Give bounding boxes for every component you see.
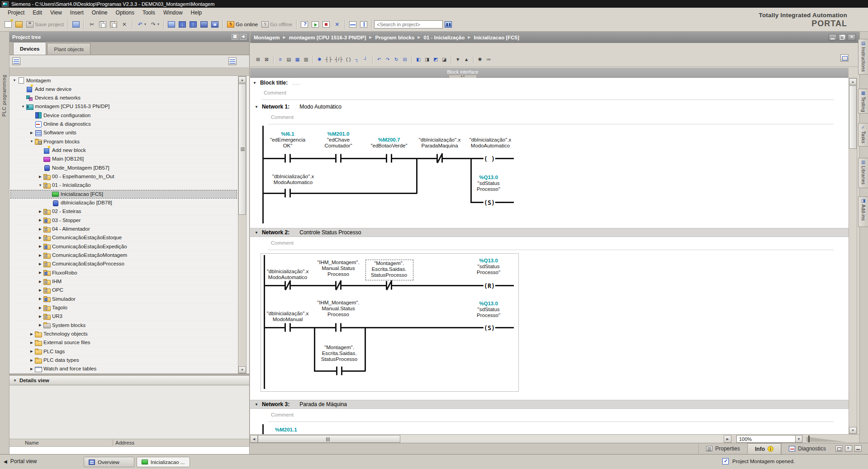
operand-label[interactable]: %Q13.0"sdStatus Processo" <box>460 175 517 192</box>
tree-scrollbar-thumb[interactable] <box>238 84 246 215</box>
tree-item-plc-tags[interactable]: ▶PLC tags <box>10 347 237 356</box>
split-editor-vertical-icon[interactable] <box>358 19 369 30</box>
scroll-up-icon[interactable]: ▲ <box>238 76 246 83</box>
side-tab-libraries[interactable]: ▥Libraries <box>858 158 868 188</box>
call-environment-icon[interactable]: ◩ <box>432 56 440 63</box>
breadcrumb-montagem-cpu-1516-3-pn-dp[interactable]: montagem [CPU 1516-3 PN/DP] <box>289 35 366 40</box>
taskbar-inicializacao[interactable]: Inicializacao ... <box>137 457 190 467</box>
operand-label[interactable]: "dbInicialização".x ModoAutomatico <box>461 137 519 149</box>
download-to-device-icon[interactable] <box>177 19 188 30</box>
tree-item-dbinicializa-o-db78[interactable]: dbInicialização [DB78] <box>10 199 237 207</box>
insert-row-icon[interactable]: ≡ <box>276 56 285 63</box>
menu-insert[interactable]: Insert <box>66 9 88 16</box>
start-search-icon[interactable] <box>443 19 454 30</box>
go-to-previous-icon[interactable]: ↶ <box>375 56 384 63</box>
start-cpu-icon[interactable] <box>199 19 209 30</box>
expanded-arrow-icon[interactable]: ▼ <box>20 104 26 109</box>
no-contact[interactable] <box>335 323 342 332</box>
network-3-header[interactable]: ▼ Network 3: Parada de Máquina <box>250 400 849 409</box>
operand-label[interactable]: "dbInicialização".x ModoManual <box>259 311 317 322</box>
tree-item-main-ob126[interactable]: Main [OB126] <box>10 155 237 163</box>
collapse-arrow-icon[interactable]: ▼ <box>255 231 258 235</box>
menu-options[interactable]: Options <box>112 9 138 16</box>
stop-cpu-icon[interactable] <box>209 19 220 30</box>
set-coil[interactable]: (S) <box>484 324 495 332</box>
menu-tools[interactable]: Tools <box>138 9 159 16</box>
scrollbar-thumb[interactable] <box>258 435 400 443</box>
collapse-panel-icon[interactable] <box>845 445 852 452</box>
close-branch-icon[interactable]: ┘ <box>361 56 370 63</box>
network-2-comment[interactable]: Comment <box>271 240 294 246</box>
tab-info[interactable]: Info <box>747 443 781 455</box>
operand-label[interactable]: "IHM_Montagem". Manual.Status Processo <box>309 260 367 277</box>
operand-label[interactable]: "dbInicialização".x ModoAutomatico <box>259 269 317 280</box>
menu-window[interactable]: Window <box>159 9 187 16</box>
operand-label[interactable]: "dbInicialização".x ParadaMaquina <box>411 137 469 149</box>
collapse-arrow-icon[interactable]: ▼ <box>255 105 258 109</box>
editor-vertical-scrollbar[interactable]: ▲ ▼ <box>849 78 857 434</box>
scroll-right-icon[interactable]: ▶ <box>724 435 731 443</box>
column-name[interactable]: Name <box>25 440 39 445</box>
chevron-down-icon[interactable]: ▼ <box>795 436 802 442</box>
accessible-devices-icon[interactable] <box>299 19 310 30</box>
collapsed-arrow-icon[interactable]: ▶ <box>28 341 35 345</box>
tree-item-online-diagnostics[interactable]: Online & diagnostics <box>10 120 237 128</box>
tree-item-tagolo[interactable]: ▶Tagolo <box>10 303 237 312</box>
tree-item-comunica-oesta-oprocesso[interactable]: ▶ComunicaçãoEstaçãoProcesso <box>10 260 237 268</box>
no-contact[interactable] <box>335 154 342 163</box>
expanded-arrow-icon[interactable]: ▼ <box>37 183 43 187</box>
nc-contact-icon[interactable]: ┤/├ <box>333 56 344 63</box>
delete-network-icon[interactable]: ⊠ <box>262 56 271 63</box>
tree-item-01-inicializa-o[interactable]: ▼01 - Inicialização <box>10 181 237 189</box>
new-project-icon[interactable] <box>3 19 14 30</box>
print-icon[interactable] <box>71 19 81 30</box>
collapsed-arrow-icon[interactable]: ▶ <box>28 358 35 362</box>
go-to-next-icon[interactable]: ↷ <box>384 56 392 63</box>
collapsed-arrow-icon[interactable]: ▶ <box>28 367 35 371</box>
open-project-icon[interactable] <box>14 19 24 30</box>
tree-item-add-new-device[interactable]: Add new device <box>10 85 237 94</box>
network-2-header[interactable]: ▼ Network 2: Controle Status Processo <box>250 228 849 237</box>
breadcrumb-inicializacao-fc5[interactable]: Inicializacao [FC5] <box>474 35 519 40</box>
split-editor-horizontal-icon[interactable] <box>347 19 358 30</box>
network-1-header[interactable]: ▼ Network 1: Modo Automático <box>250 102 849 111</box>
tree-item-04-alimentador[interactable]: ▶04 - Alimentador <box>10 225 237 233</box>
paste-icon[interactable] <box>108 19 119 30</box>
breadcrumb-01-inicializa-o[interactable]: 01 - Inicialização <box>424 35 465 40</box>
no-contact[interactable] <box>285 323 291 332</box>
zoom-select[interactable]: 100% ▼ <box>736 435 802 443</box>
insert-empty-box-icon[interactable]: ▤ <box>285 56 293 63</box>
maximize-editor-icon[interactable] <box>840 54 849 62</box>
network-3-comment[interactable]: Comment <box>271 412 294 417</box>
collapse-networks-icon[interactable]: ▲ <box>462 56 471 63</box>
zoom-slider-thumb[interactable] <box>808 436 810 442</box>
collapsed-arrow-icon[interactable]: ▶ <box>37 209 43 213</box>
expanded-arrow-icon[interactable]: ▼ <box>28 139 35 143</box>
minimize-panel-icon[interactable] <box>854 445 862 452</box>
redo-icon[interactable]: ↷▾ <box>148 19 161 30</box>
float-panel-icon[interactable] <box>835 445 843 452</box>
scroll-down-icon[interactable]: ▼ <box>238 366 246 373</box>
breadcrumb-montagem[interactable]: Montagem <box>254 35 280 40</box>
open-branch-icon[interactable]: ┐ <box>353 56 361 63</box>
no-contact-icon[interactable]: ┤├ <box>324 56 333 63</box>
operand-label[interactable]: %M201.1 <box>275 427 297 432</box>
search-in-block-icon[interactable]: ✱ <box>476 56 484 63</box>
breakpoint-icon[interactable]: ◨ <box>423 56 432 63</box>
tree-item-device-configuration[interactable]: Device configuration <box>10 111 237 120</box>
refresh-block-icon[interactable]: ↻ <box>392 56 401 63</box>
collapsed-arrow-icon[interactable]: ▶ <box>37 253 43 257</box>
block-title-row[interactable]: ▼ Block title: ..... <box>253 80 301 86</box>
tree-item-opc[interactable]: ▶OPC <box>10 286 237 294</box>
tree-item-technology-objects[interactable]: ▶Technology objects <box>10 330 237 338</box>
no-contact[interactable] <box>285 154 291 163</box>
restore-editor-icon[interactable] <box>838 34 846 41</box>
tree-item-plc-data-types[interactable]: ▶PLC data types <box>10 356 237 365</box>
collapsed-arrow-icon[interactable]: ▶ <box>37 270 43 275</box>
side-tab-add-ins[interactable]: ◨Add-ins <box>858 196 868 227</box>
collapsed-arrow-icon[interactable]: ▶ <box>28 349 35 353</box>
side-tab-testing[interactable]: ▦Testing <box>858 89 868 114</box>
scroll-left-icon[interactable]: ◀ <box>250 435 258 443</box>
menu-online[interactable]: Online <box>88 9 112 16</box>
minimize-editor-icon[interactable] <box>829 34 837 41</box>
